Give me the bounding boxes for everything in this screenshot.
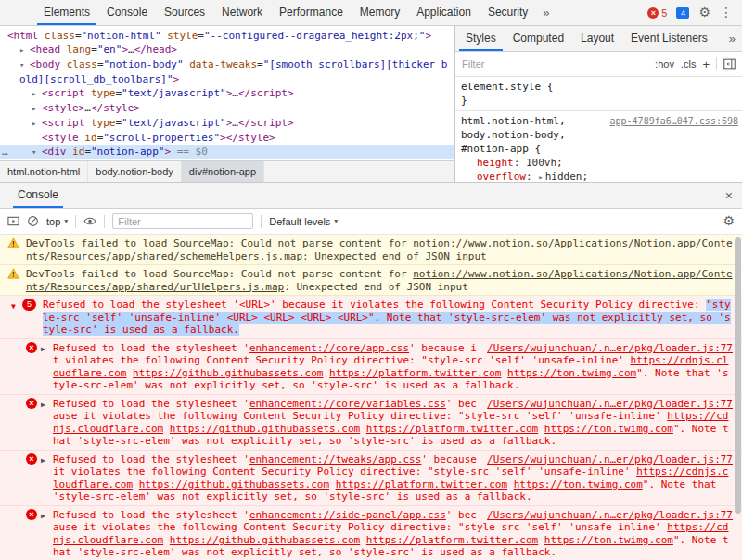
console-scrollbar[interactable]	[734, 235, 742, 560]
console-link[interactable]: https://platform.twitter.com	[336, 478, 507, 490]
dom-node[interactable]: ▾<body class="notion-body" data-tweaks="…	[0, 57, 454, 86]
toggle-pseudo-state-button[interactable]: :hov	[655, 58, 674, 70]
main-tab-elements[interactable]: Elements	[35, 0, 98, 25]
source-location-link[interactable]: /Users/wujunchuan/.n…er/pkg/loader.js:77	[487, 509, 733, 522]
styles-tab-styles[interactable]: Styles	[457, 26, 505, 51]
message-expand-icon[interactable]: ▶	[41, 343, 45, 356]
styles-tab-event-listeners[interactable]: Event Listeners	[622, 26, 716, 51]
tree-expand-icon[interactable]: ▸	[32, 117, 42, 131]
console-message-error: ×▶/Users/wujunchuan/.n…er/pkg/loader.js:…	[0, 506, 742, 560]
breadcrumb-item[interactable]: div#notion-app	[182, 161, 264, 182]
more-tabs-chevron[interactable]: »	[536, 0, 556, 25]
code-token: >	[122, 44, 128, 56]
issues-button[interactable]: 4	[676, 7, 689, 19]
css-property[interactable]: overflow: ▸hidden;	[461, 170, 738, 182]
console-link[interactable]: enhancement://core/app.css	[249, 342, 409, 354]
close-drawer-icon[interactable]: ×	[725, 188, 733, 203]
source-location-link[interactable]: /Users/wujunchuan/.n…er/pkg/loader.js:77	[487, 342, 733, 355]
styles-toolbar: :hov .cls +	[455, 52, 742, 77]
javascript-context-selector[interactable]: top ▾	[46, 216, 68, 227]
dom-node[interactable]: …▾<div id="notion-app"> == $0	[0, 145, 454, 159]
message-text-segment: Refused to load the stylesheet '	[53, 509, 249, 521]
toolbar-separator	[75, 215, 76, 228]
error-icon: ×	[26, 453, 37, 465]
main-tab-sources[interactable]: Sources	[156, 0, 213, 25]
styles-tab-computed[interactable]: Computed	[505, 26, 572, 51]
code-token: <style>	[42, 102, 84, 114]
tree-expand-icon[interactable]: ▸	[32, 102, 42, 116]
dom-node[interactable]: <style id="scroll-properties"></style>	[0, 131, 454, 145]
console-link[interactable]: https://ton.twimg.com	[544, 423, 673, 435]
styles-filter-input[interactable]	[462, 58, 648, 70]
console-link[interactable]: https://ton.twimg.com	[507, 367, 636, 379]
node-overflow-ellipsis[interactable]: …	[2, 145, 8, 159]
console-link[interactable]: enhancement://side-panel/app.css	[249, 509, 446, 521]
console-link[interactable]: https://github.githubassets.com	[170, 423, 360, 435]
code-token: </style>	[91, 102, 140, 114]
code-token: "text/javascript"	[122, 87, 226, 99]
main-tab-console[interactable]: Console	[98, 0, 156, 25]
more-options-kebab-icon[interactable]: ⋮	[720, 0, 733, 25]
expand-shorthand-icon[interactable]: ▸	[538, 171, 543, 182]
css-property[interactable]: height: 100vh;	[461, 156, 738, 170]
console-link[interactable]: https://platform.twitter.com	[366, 423, 538, 435]
code-token: "notion-html"	[82, 30, 161, 42]
main-tab-application[interactable]: Application	[408, 0, 480, 25]
message-expand-icon[interactable]: ▶	[41, 510, 45, 523]
styles-tab-layout[interactable]: Layout	[572, 26, 622, 51]
console-filter-input[interactable]	[112, 213, 253, 229]
breadcrumb-item[interactable]: body.notion-body	[88, 161, 182, 182]
tree-expand-icon[interactable]: ▸	[32, 87, 42, 101]
dom-node[interactable]: ▸<style>…</style>	[0, 101, 454, 116]
message-expand-icon[interactable]: ▶	[41, 454, 45, 467]
console-link[interactable]: https://ton.twimg.com	[544, 534, 673, 546]
error-count-button[interactable]: × 5	[647, 7, 667, 19]
message-expand-icon[interactable]: ▶	[41, 399, 45, 412]
code-token: <script	[42, 117, 84, 129]
clear-console-icon[interactable]	[27, 215, 39, 227]
main-tab-security[interactable]: Security	[480, 0, 536, 25]
console-link[interactable]: https://github.githubassets.com	[170, 534, 360, 546]
css-selector[interactable]: body.notion-body,	[461, 128, 738, 142]
new-style-rule-button[interactable]: +	[702, 57, 710, 71]
css-source-link[interactable]: app-4789fa6…047.css:698	[610, 114, 738, 128]
dom-node[interactable]: ▸<script type="text/javascript">…</scrip…	[0, 86, 454, 101]
console-link[interactable]: https://platform.twitter.com	[366, 534, 538, 546]
css-selector[interactable]: #notion-app {	[461, 142, 738, 156]
console-link[interactable]: enhancement://tweaks/app.css	[249, 453, 421, 465]
console-tab[interactable]: Console	[11, 183, 65, 208]
styles-more-tabs-chevron[interactable]: »	[723, 26, 742, 51]
css-selector[interactable]: element.style {	[461, 80, 738, 94]
console-sidebar-icon[interactable]	[7, 215, 19, 227]
console-link[interactable]: https://github.githubassets.com	[133, 367, 323, 379]
dom-node[interactable]: ▸<head lang="en">…</head>	[0, 43, 454, 57]
console-panel: Console × top ▾ Default levels ▾	[0, 182, 742, 560]
source-location-link[interactable]: /Users/wujunchuan/.n…er/pkg/loader.js:77	[487, 398, 733, 411]
group-expand-icon[interactable]: ▼	[11, 300, 16, 313]
console-link[interactable]: enhancement://core/variables.css	[249, 398, 446, 410]
toggle-sidebar-panel-icon[interactable]	[723, 58, 736, 70]
live-expression-eye-icon[interactable]	[83, 215, 96, 227]
console-link[interactable]: https://platform.twitter.com	[329, 367, 501, 379]
console-link[interactable]: https://ton.twimg.com	[514, 478, 643, 490]
main-tab-network[interactable]: Network	[213, 0, 271, 25]
error-count: 5	[661, 7, 667, 19]
dom-node[interactable]: <html class="notion-html" style="--confi…	[0, 29, 454, 43]
breadcrumb-item[interactable]: html.notion-html	[0, 161, 88, 182]
code-token: "en"	[97, 44, 122, 56]
log-levels-selector[interactable]: Default levels ▾	[269, 216, 338, 227]
console-link[interactable]: https://github.githubassets.com	[139, 478, 329, 490]
main-tab-memory[interactable]: Memory	[352, 0, 408, 25]
main-tab-performance[interactable]: Performance	[271, 0, 352, 25]
code-token: =	[257, 58, 263, 70]
settings-gear-icon[interactable]: ⚙	[698, 0, 710, 25]
tree-expand-icon[interactable]: ▾	[19, 58, 30, 72]
tree-expand-icon[interactable]: ▾	[32, 146, 42, 159]
chevron-down-icon: ▾	[334, 217, 338, 225]
console-settings-gear-icon[interactable]: ⚙	[723, 209, 735, 234]
dom-node[interactable]: ▸<script type="text/javascript">…</scrip…	[0, 116, 454, 131]
scrollbar-thumb[interactable]	[735, 237, 741, 514]
tree-expand-icon[interactable]: ▸	[19, 44, 30, 57]
toggle-element-classes-button[interactable]: .cls	[681, 58, 697, 70]
source-location-link[interactable]: /Users/wujunchuan/.n…er/pkg/loader.js:77	[487, 453, 733, 466]
